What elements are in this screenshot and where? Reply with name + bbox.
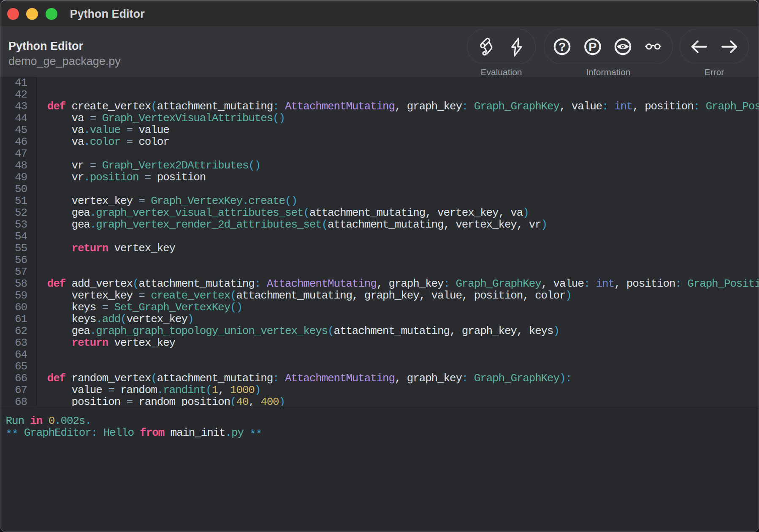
svg-text:?: ? bbox=[558, 40, 566, 54]
svg-text:P: P bbox=[588, 40, 596, 54]
